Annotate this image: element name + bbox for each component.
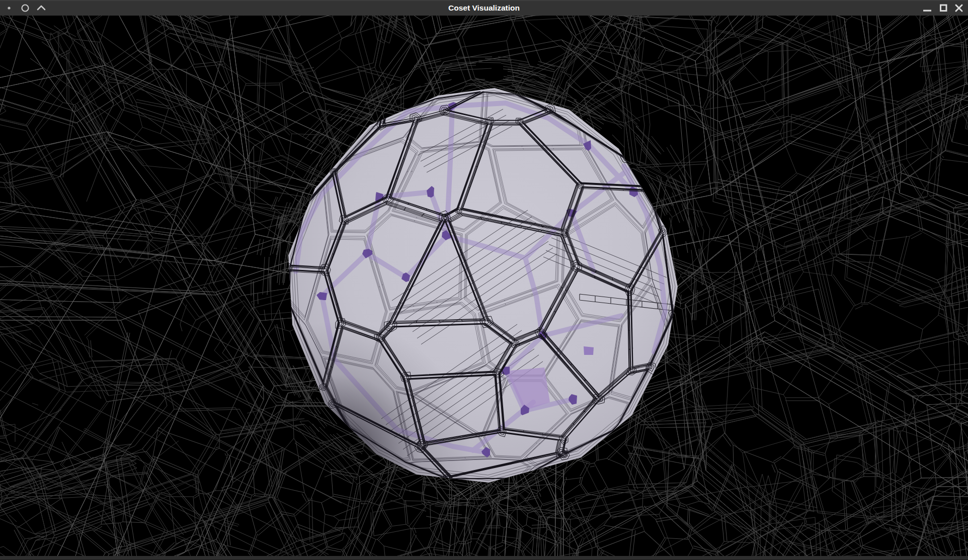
- svg-text:Coset Visualization: Coset Visualization: [448, 4, 520, 12]
